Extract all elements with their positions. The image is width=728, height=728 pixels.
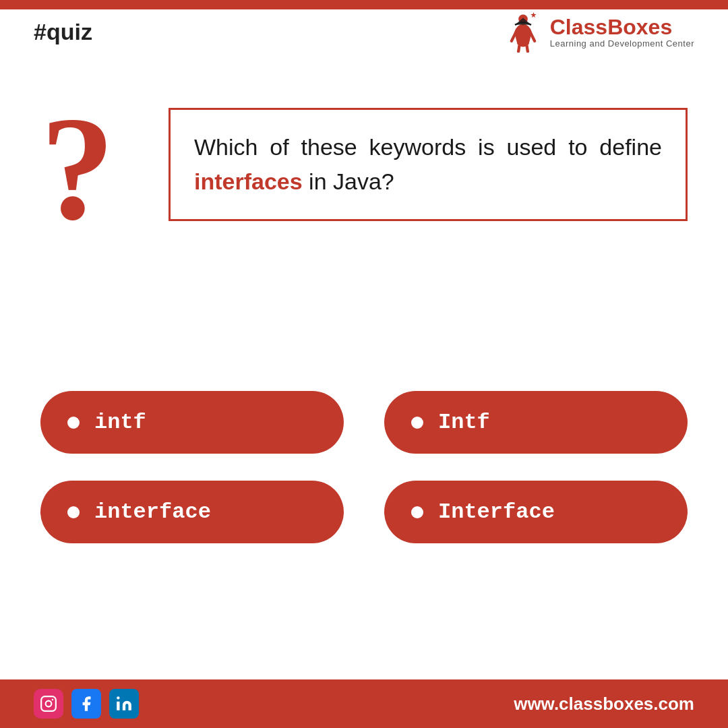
option-c-dot <box>67 506 80 518</box>
svg-point-4 <box>46 701 52 707</box>
option-b-label: Intf <box>438 410 490 435</box>
social-icons <box>34 689 139 719</box>
question-text-after: in Java? <box>303 169 394 194</box>
logo-brand: ClassBoxes <box>550 16 694 39</box>
question-box: Which of these keywords is used to defin… <box>169 108 688 221</box>
option-a-dot <box>67 417 80 429</box>
option-d-dot <box>411 506 423 518</box>
option-c-label: interface <box>94 499 211 524</box>
svg-rect-6 <box>117 702 119 710</box>
svg-marker-1 <box>515 18 531 25</box>
facebook-icon[interactable] <box>71 689 101 719</box>
option-d-label: Interface <box>438 499 555 524</box>
logo-text: ClassBoxes Learning and Development Cent… <box>550 16 694 49</box>
svg-marker-2 <box>530 12 536 18</box>
website-url: www.classboxes.com <box>514 694 694 715</box>
svg-point-7 <box>117 696 119 699</box>
logo-icon <box>503 12 543 53</box>
option-d[interactable]: Interface <box>384 481 688 543</box>
logo-brand-part2: Boxes <box>607 15 672 39</box>
question-mark-decoration: ? <box>40 94 175 243</box>
question-area: ? Which of these keywords is used to def… <box>40 108 688 243</box>
question-text-before: Which of these keywords is used to defin… <box>194 134 662 160</box>
question-highlighted-word: interfaces <box>194 169 303 194</box>
footer-bar: www.classboxes.com <box>0 679 728 728</box>
option-c[interactable]: interface <box>40 481 344 543</box>
option-a[interactable]: intf <box>40 391 344 454</box>
logo-brand-part1: Class <box>550 15 607 39</box>
linkedin-icon[interactable] <box>109 689 139 719</box>
svg-rect-3 <box>41 696 56 711</box>
instagram-icon[interactable] <box>34 689 63 719</box>
option-a-label: intf <box>94 410 146 435</box>
options-grid: intf Intf interface Interface <box>40 391 688 543</box>
logo-subtitle: Learning and Development Center <box>550 39 694 49</box>
svg-point-5 <box>52 699 54 701</box>
option-b-dot <box>411 417 423 429</box>
hashtag-label: #quiz <box>34 19 92 45</box>
option-b[interactable]: Intf <box>384 391 688 454</box>
logo-area: ClassBoxes Learning and Development Cent… <box>503 12 694 53</box>
top-border <box>0 0 728 9</box>
